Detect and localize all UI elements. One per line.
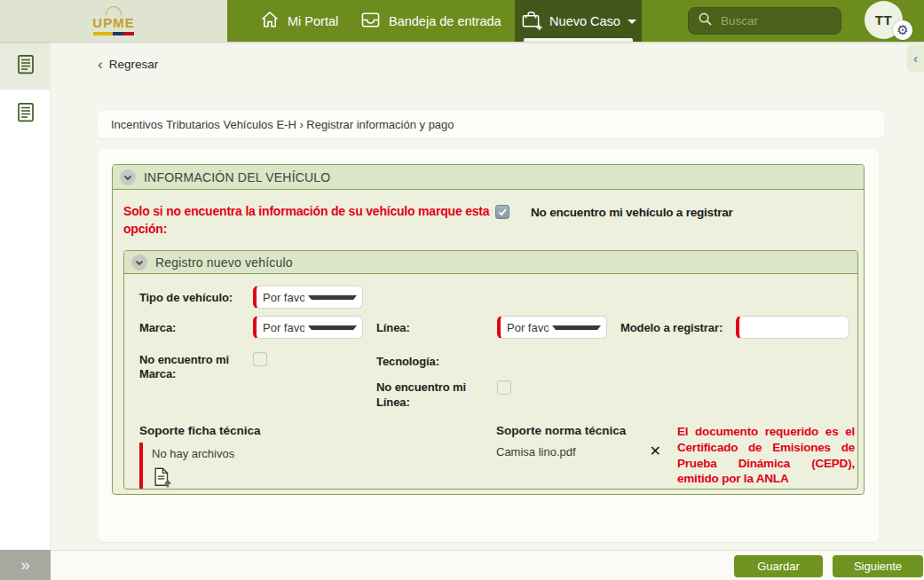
linea-value: Por favor seleccione (507, 321, 549, 334)
soporte-ficha-label: Soporte ficha técnica (139, 424, 496, 437)
upme-logo: UPME (0, 0, 227, 42)
soporte-norma-block: Soporte norma técnica Camisa lino.pdf ✕ (496, 424, 663, 459)
registro-panel-header[interactable]: Registro nuevo vehículo (124, 251, 857, 274)
caret-down-icon (552, 325, 601, 330)
caret-down-icon (308, 295, 357, 300)
modelo-label: Modelo a registrar: (620, 316, 736, 335)
search-icon (698, 12, 713, 30)
no-linea-checkbox[interactable] (497, 380, 511, 395)
save-button[interactable]: Guardar (734, 555, 823, 577)
marca-value: Por favor seleccionar (263, 321, 304, 334)
upload-file-icon[interactable] (152, 466, 173, 490)
caret-down-icon (308, 325, 357, 330)
content-card: INFORMACIÓN DEL VEHÍCULO Solo si no encu… (98, 149, 879, 542)
search-box[interactable] (688, 7, 841, 35)
registro-nuevo-vehiculo-panel: Registro nuevo vehículo Tipo de vehículo… (123, 250, 858, 490)
vehicle-info-panel: INFORMACIÓN DEL VEHÍCULO Solo si no encu… (112, 164, 865, 495)
uploaded-file-row: Camisa lino.pdf ✕ (496, 445, 663, 459)
linea-label: Línea: (376, 316, 497, 335)
tipo-vehiculo-select[interactable]: Por favor seleccionar (253, 286, 363, 309)
breadcrumb: Incentivos Tributarios Vehículos E-H › R… (98, 111, 884, 138)
next-button[interactable]: Siguiente (833, 555, 923, 577)
registro-panel-title: Registro nuevo vehículo (155, 255, 293, 270)
collapse-panel-handle[interactable]: ‹ (907, 44, 924, 71)
marca-select[interactable]: Por favor seleccionar (253, 316, 363, 339)
back-chevron-icon: ‹ (98, 59, 103, 70)
delete-file-button[interactable]: ✕ (648, 445, 663, 458)
form-row-marca-linea-modelo: Marca: Por favor seleccionar Línea: (139, 316, 857, 339)
no-vehicle-row: Solo si no encuentra la información de s… (113, 190, 864, 238)
collapse-chevron-icon (131, 255, 147, 270)
warning-text: Solo si no encuentra la información de s… (123, 203, 495, 238)
soporte-ficha-block: Soporte ficha técnica No hay archivos (139, 424, 496, 490)
sidebar-item-1[interactable] (0, 42, 51, 90)
modelo-input[interactable] (746, 320, 843, 335)
vehicle-info-panel-header[interactable]: INFORMACIÓN DEL VEHÍCULO (113, 165, 864, 190)
home-icon (260, 10, 280, 32)
nav-mi-portal[interactable]: Mi Portal (260, 0, 338, 42)
no-marca-label: No encuentro mi Marca: (139, 348, 253, 382)
form-row-checkboxes: No encuentro mi Marca: Tecnología: No en… (139, 348, 857, 410)
form-row-tipo: Tipo de vehículo: Por favor seleccionar (139, 286, 857, 309)
search-input[interactable] (719, 13, 825, 28)
caret-down-icon (628, 20, 636, 24)
registro-form: Tipo de vehículo: Por favor seleccionar … (124, 274, 857, 490)
soporte-norma-label: Soporte norma técnica (496, 424, 663, 437)
no-marca-checkbox[interactable] (253, 352, 267, 366)
linea-select[interactable]: Por favor seleccione (497, 316, 607, 339)
nav-mi-portal-label: Mi Portal (288, 14, 338, 28)
gear-icon[interactable]: ⚙ (893, 20, 912, 40)
nav-nuevo-caso-label: Nuevo Caso (549, 14, 620, 28)
top-navbar: UPME Mi Portal Bandeja de entrada (0, 0, 924, 42)
no-linea-label: No encuentro mi Línea: (376, 380, 497, 410)
left-sidebar (0, 42, 51, 580)
upme-crest-icon (106, 6, 122, 15)
avatar-initials: TT (875, 12, 892, 27)
tipo-vehiculo-label: Tipo de vehículo: (139, 286, 253, 305)
ficha-dropzone[interactable]: No hay archivos (139, 443, 372, 490)
document-list-icon (17, 54, 35, 78)
expand-sidebar-button[interactable]: » (0, 550, 51, 580)
vehicle-info-panel-title: INFORMACIÓN DEL VEHÍCULO (144, 170, 330, 184)
close-icon: ✕ (650, 443, 661, 459)
colombia-flag-bar (93, 32, 134, 35)
document-list-icon (17, 102, 35, 126)
double-chevron-right-icon: » (20, 555, 30, 575)
footer-bar: Guardar Siguiente (51, 550, 924, 580)
upme-logo-text: UPME (92, 16, 134, 29)
back-link-label: Regresar (109, 58, 159, 71)
no-vehiculo-label: No encuentro mi vehículo a registrar (531, 206, 733, 219)
sidebar-item-2[interactable] (0, 90, 51, 137)
tecnologia-block: Tecnología: No encuentro mi Línea: (376, 348, 511, 410)
main-content: ‹ ‹ Regresar Incentivos Tributarios Vehí… (51, 42, 924, 580)
breadcrumb-text: Incentivos Tributarios Vehículos E-H › R… (111, 118, 454, 131)
nav-bandeja-entrada[interactable]: Bandeja de entrada (360, 0, 501, 42)
nav-nuevo-caso-active-tab[interactable]: Nuevo Caso (515, 0, 642, 42)
briefcase-plus-icon (520, 10, 542, 33)
chevron-left-icon: ‹ (913, 51, 918, 66)
tipo-vehiculo-value: Por favor seleccionar (263, 291, 304, 304)
inbox-icon (360, 11, 381, 32)
file-name: Camisa lino.pdf (496, 445, 648, 459)
soporte-row: Soporte ficha técnica No hay archivos (139, 424, 857, 490)
cepd-note-text: El documento requerido es el Certificado… (677, 424, 855, 487)
nav-bandeja-label: Bandeja de entrada (389, 14, 501, 28)
app-window: UPME Mi Portal Bandeja de entrada (0, 0, 924, 580)
no-vehiculo-checkbox[interactable] (495, 205, 509, 219)
back-link[interactable]: ‹ Regresar (98, 58, 158, 71)
check-icon (497, 207, 508, 217)
marca-label: Marca: (139, 316, 253, 335)
modelo-input-wrap (736, 316, 849, 339)
tecnologia-label: Tecnología: (376, 349, 511, 369)
ficha-empty-text: No hay archivos (152, 447, 372, 460)
collapse-chevron-icon (120, 169, 136, 185)
